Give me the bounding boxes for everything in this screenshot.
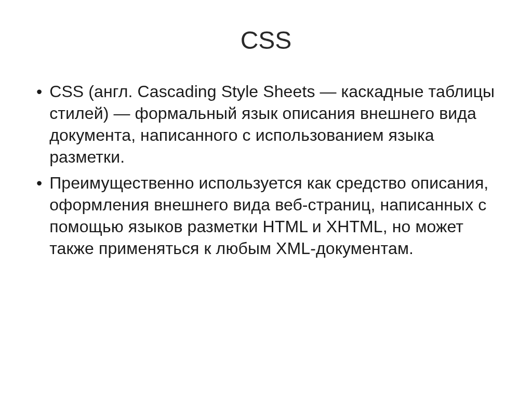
bullet-marker: • — [36, 172, 42, 194]
slide-content: • CSS (англ. Cascading Style Sheets — ка… — [31, 81, 501, 259]
bullet-text: CSS (англ. Cascading Style Sheets — каск… — [49, 81, 496, 168]
slide-title: CSS — [31, 26, 501, 55]
bullet-item: • CSS (англ. Cascading Style Sheets — ка… — [36, 81, 496, 168]
bullet-marker: • — [36, 81, 42, 102]
bullet-text: Преимущественно используется как средств… — [49, 172, 496, 259]
bullet-item: • Преимущественно используется как средс… — [36, 172, 496, 259]
